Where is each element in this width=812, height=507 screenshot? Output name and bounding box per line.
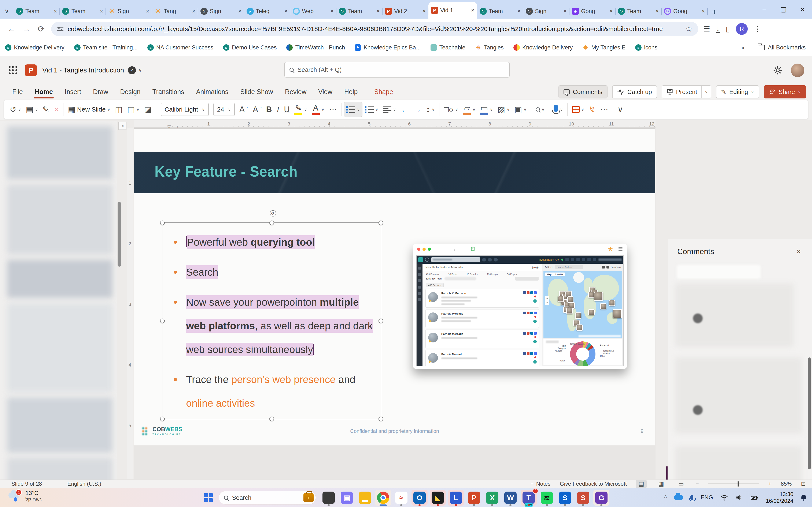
- paste-button[interactable]: ▤∨: [23, 102, 40, 117]
- fontname-button[interactable]: Calibri Light∨: [158, 102, 211, 117]
- selection-handle[interactable]: [378, 319, 383, 323]
- zoom-level[interactable]: 85%: [781, 481, 792, 487]
- download-icon[interactable]: ↓: [716, 25, 720, 33]
- settings-gear-icon[interactable]: [773, 66, 782, 75]
- bookmark-item[interactable]: Tangles: [475, 44, 504, 51]
- tab-view[interactable]: View: [312, 85, 338, 99]
- bookmark-item[interactable]: Knowledge Epics Ba...: [355, 44, 420, 51]
- thumbnail-scrollbar[interactable]: [117, 202, 121, 267]
- dropdown-chevron-icon[interactable]: ∨: [523, 107, 526, 112]
- delete-button[interactable]: ×: [52, 102, 61, 117]
- comments-close-icon[interactable]: ×: [797, 247, 801, 256]
- powerpoint-logo-icon[interactable]: P: [25, 64, 37, 76]
- start-button[interactable]: [203, 492, 214, 503]
- underline-button[interactable]: U: [282, 102, 292, 117]
- reload-button[interactable]: ⟳: [34, 24, 49, 34]
- sharepoint-taskbar-icon[interactable]: S: [557, 490, 573, 506]
- chrome-taskbar-icon[interactable]: [375, 490, 391, 506]
- dropdown-chevron-icon[interactable]: ∨: [542, 107, 545, 112]
- slide-thumbnail[interactable]: [7, 303, 112, 392]
- present-button[interactable]: Present ∨: [662, 86, 711, 99]
- zoom-slider-thumb[interactable]: [738, 482, 739, 487]
- slide-sorter-button[interactable]: ▦: [656, 480, 666, 488]
- browser-tab[interactable]: Sign×: [198, 4, 244, 18]
- tab-close-icon[interactable]: ×: [100, 8, 103, 14]
- slide-counter[interactable]: Slide 9 of 28: [11, 481, 42, 487]
- hidden-icons-chevron[interactable]: ^: [664, 494, 667, 501]
- dropdown-chevron-icon[interactable]: ∨: [507, 107, 510, 112]
- dropdown-chevron-icon[interactable]: ∨: [560, 107, 563, 112]
- anim-button[interactable]: ↯: [587, 102, 598, 117]
- cam-taskbar-icon[interactable]: [320, 490, 337, 506]
- browser-tab[interactable]: Goog×: [661, 4, 708, 18]
- bookmarks-overflow-chevron[interactable]: »: [741, 44, 745, 51]
- present-dropdown[interactable]: ∨: [701, 86, 711, 98]
- language-status[interactable]: English (U.S.): [67, 481, 101, 487]
- dropdown-chevron-icon[interactable]: ∨: [18, 107, 21, 112]
- numbering-button[interactable]: ∨: [362, 102, 380, 117]
- bookmark-item[interactable]: Teachable: [430, 44, 465, 51]
- language-indicator[interactable]: ENG: [701, 494, 713, 501]
- taskbar-search[interactable]: Search: [219, 491, 316, 504]
- browser-tab[interactable]: Teleg×: [244, 4, 290, 18]
- bullet-list[interactable]: Powerful web querying toolSearchNow save…: [170, 230, 376, 421]
- dropdown-chevron-icon[interactable]: ∨: [357, 107, 360, 112]
- tab-close-icon[interactable]: ×: [702, 8, 705, 14]
- tab-design[interactable]: Design: [114, 85, 147, 99]
- swirl-taskbar-icon[interactable]: ≈: [393, 490, 409, 506]
- onedrive-icon[interactable]: [674, 495, 683, 500]
- bookmark-item[interactable]: Knowledge Delivery: [513, 44, 573, 51]
- site-settings-icon[interactable]: [57, 26, 63, 31]
- bullet-item[interactable]: Search: [170, 261, 376, 284]
- slide-thumbnail[interactable]: [7, 185, 112, 255]
- tab-close-icon[interactable]: ×: [284, 8, 288, 14]
- selection-handle[interactable]: [269, 221, 274, 225]
- italic-button[interactable]: I: [274, 102, 282, 117]
- weather-widget[interactable]: 1 13°C גשם קל: [8, 490, 42, 502]
- reuse-button[interactable]: ◫: [113, 102, 125, 117]
- rotate-handle[interactable]: ⟳: [270, 210, 276, 217]
- normal-view-button[interactable]: ▤: [636, 480, 647, 488]
- browser-tab[interactable]: Team×: [13, 4, 60, 18]
- ruler-collapse-button[interactable]: ◂: [118, 122, 126, 130]
- grow-button[interactable]: Aˆ: [237, 102, 250, 117]
- fontsize-button[interactable]: 24∨: [211, 102, 237, 117]
- fontcolor-button[interactable]: A∨: [309, 102, 327, 117]
- browser-tab[interactable]: Sign×: [523, 4, 569, 18]
- designer-button[interactable]: ∨: [570, 102, 587, 117]
- notification-bell-icon[interactable]: [801, 494, 807, 501]
- dropdown-chevron-icon[interactable]: ∨: [375, 107, 378, 112]
- browser-tab[interactable]: Gong×: [569, 4, 615, 18]
- powerpoint-taskbar-icon[interactable]: P: [466, 490, 482, 506]
- outdent-button[interactable]: ←: [398, 102, 411, 117]
- bookmark-item[interactable]: TimeWatch - Punch: [286, 44, 345, 51]
- tab-draw[interactable]: Draw: [87, 85, 114, 99]
- clock[interactable]: 13:30 16/02/2024: [766, 491, 794, 504]
- feedback-link[interactable]: Give Feedback to Microsoft: [560, 481, 626, 487]
- browser-tab[interactable]: Team×: [615, 4, 661, 18]
- maximize-button[interactable]: ▢: [774, 0, 793, 18]
- bold-button[interactable]: B: [264, 102, 274, 117]
- zoom-slider[interactable]: [708, 484, 759, 485]
- address-bar[interactable]: cobwebstech.sharepoint.com/:p:/r/_layout…: [51, 22, 698, 36]
- comments-button[interactable]: Comments: [558, 86, 608, 99]
- dropdown-chevron-icon[interactable]: ∨: [581, 107, 584, 112]
- zoom-taskbar-icon[interactable]: ▣: [339, 490, 355, 506]
- person-card[interactable]: Patricia Mercado: [425, 330, 539, 348]
- collapse-button[interactable]: ∨: [615, 102, 626, 117]
- tab-close-icon[interactable]: ×: [563, 8, 567, 14]
- tab-close-icon[interactable]: ×: [609, 8, 613, 14]
- person-card[interactable]: Patricia C Mercado: [425, 289, 539, 307]
- browser-tab[interactable]: Team×: [477, 4, 523, 18]
- browser-tab[interactable]: Vid 1×: [428, 2, 477, 18]
- arrange-button[interactable]: ▣∨: [512, 102, 529, 117]
- browser-tab[interactable]: Vid 2×: [382, 4, 428, 18]
- slide-thumbnail[interactable]: [7, 458, 112, 480]
- browser-tab[interactable]: Team×: [60, 4, 106, 18]
- slide-thumbnail[interactable]: [7, 126, 112, 179]
- tab-search-chevron-icon[interactable]: ∨: [0, 3, 13, 18]
- dropdown-chevron-icon[interactable]: ∨: [107, 107, 110, 112]
- more-button[interactable]: ⋯: [327, 102, 339, 117]
- slideshow-button[interactable]: ▭: [676, 480, 687, 488]
- dropdown-chevron-icon[interactable]: ∨: [472, 107, 475, 112]
